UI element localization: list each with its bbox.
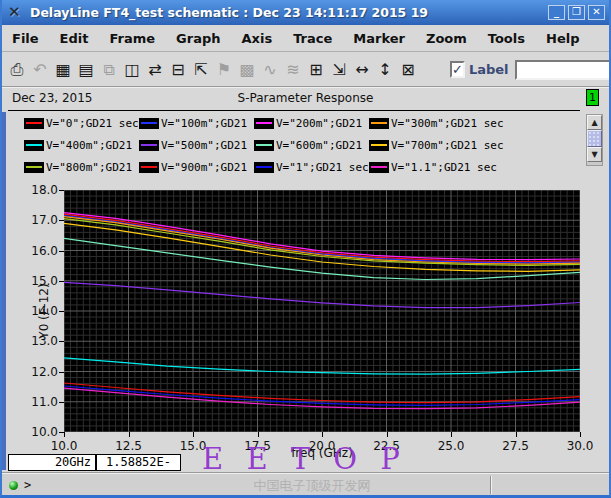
y-tick-mark xyxy=(59,311,64,312)
legend-item[interactable]: V="1.1";GD21 sec xyxy=(369,160,497,174)
strip-mode-icon[interactable]: ▤ xyxy=(75,59,97,81)
window-title: DelayLine FT4_test schematic : Dec 23 14… xyxy=(30,5,545,20)
y-tick-label: 10.0 xyxy=(12,425,58,439)
copy-window-icon: ⧉ xyxy=(98,59,120,81)
y-tick-label: 13.0 xyxy=(12,334,58,348)
label-checkbox-label: Label xyxy=(469,62,509,77)
legend-item[interactable]: V="700m";GD21 sec xyxy=(369,138,504,152)
menu-trace[interactable]: Trace xyxy=(293,31,332,46)
y-tick-label: 14.0 xyxy=(12,304,58,318)
x-tick-label: 10.0 xyxy=(42,439,86,453)
x-tick-mark xyxy=(451,432,452,437)
legend-swatch xyxy=(369,118,389,129)
y-tick-label: 18.0 xyxy=(12,183,58,197)
menu-marker[interactable]: Marker xyxy=(353,31,405,46)
toolbar: ⎙↶▦▤⧉◫⇄⊟⇱⚑▩∿≋⊞⇲↔↕⊠ ✓ Label xyxy=(2,53,609,88)
legend-item[interactable]: V="300m";GD21 sec xyxy=(369,116,504,130)
pop-window-icon[interactable]: ⇱ xyxy=(190,59,212,81)
wave-overlay-icon: ∿ xyxy=(259,59,281,81)
print-icon[interactable]: ⎙ xyxy=(6,59,28,81)
y-tick-mark xyxy=(59,251,64,252)
y-tick-mark xyxy=(59,281,64,282)
legend-swatch xyxy=(369,140,389,151)
waveform-plot-canvas[interactable] xyxy=(64,190,580,432)
statusbar-divider xyxy=(490,476,492,494)
y-tick-label: 16.0 xyxy=(12,244,58,258)
y-tick-label: 12.0 xyxy=(12,365,58,379)
legend-swatch xyxy=(139,140,159,151)
marker-flag-icon: ⚑ xyxy=(213,59,235,81)
legend-swatch xyxy=(139,162,159,173)
label-input[interactable] xyxy=(515,60,611,80)
x-tick-label: 30.0 xyxy=(558,439,602,453)
scroll-down-icon[interactable]: ▼ xyxy=(587,147,602,162)
y-tick-label: 17.0 xyxy=(12,213,58,227)
minimize-button[interactable]: _ xyxy=(548,5,565,20)
page-number-badge: 1 xyxy=(586,89,599,106)
undo-icon: ↶ xyxy=(29,59,51,81)
fit-window-icon[interactable]: ⊠ xyxy=(397,59,419,81)
scroll-up-icon[interactable]: ▲ xyxy=(587,115,602,130)
legend-item[interactable]: V="0";GD21 sec xyxy=(24,116,139,130)
split-window-icon[interactable]: ◫ xyxy=(121,59,143,81)
x-tick-label: 12.5 xyxy=(107,439,151,453)
menu-axis[interactable]: Axis xyxy=(242,31,273,46)
x-tick-mark xyxy=(64,432,65,437)
menu-file[interactable]: File xyxy=(12,31,39,46)
menu-frame[interactable]: Frame xyxy=(109,31,155,46)
y-tick-mark xyxy=(59,372,64,373)
legend-item[interactable]: V="1";GD21 sec xyxy=(254,160,369,174)
legend-label: V="1";GD21 sec xyxy=(276,161,369,174)
fit-y-icon[interactable]: ↕ xyxy=(374,59,396,81)
graph-title: S-Parameter Response xyxy=(2,91,609,105)
zoom-fit-icon[interactable]: ⇲ xyxy=(328,59,350,81)
scrollbar-thumb[interactable] xyxy=(587,130,602,147)
menu-edit[interactable]: Edit xyxy=(60,31,89,46)
menu-bar: FileEditFrameGraphAxisTraceMarkerZoomToo… xyxy=(2,25,609,52)
marker-y-readout[interactable]: 1.58852E-11 xyxy=(96,454,181,471)
x-tick-mark xyxy=(387,432,388,437)
y-tick-label: 11.0 xyxy=(12,395,58,409)
x-tick-mark xyxy=(258,432,259,437)
menu-tools[interactable]: Tools xyxy=(488,31,525,46)
wave-strip-icon: ≋ xyxy=(282,59,304,81)
x-tick-mark xyxy=(322,432,323,437)
legend-swatch xyxy=(369,162,389,173)
x-tick-mark xyxy=(580,432,581,437)
swap-window-icon[interactable]: ⇄ xyxy=(144,59,166,81)
plot-region: Y0 (E-12) freq (GHz) 10.011.012.013.014.… xyxy=(2,180,609,472)
y-tick-mark xyxy=(59,341,64,342)
legend-scrollbar[interactable]: ▲ ▼ xyxy=(586,114,603,166)
menu-zoom[interactable]: Zoom xyxy=(426,31,467,46)
fit-x-icon[interactable]: ↔ xyxy=(351,59,373,81)
banner-window-icon[interactable]: ⊟ xyxy=(167,59,189,81)
y-tick-mark xyxy=(59,220,64,221)
x-tick-mark xyxy=(129,432,130,437)
grid-icon[interactable]: ▦ xyxy=(52,59,74,81)
close-button[interactable]: ✕ xyxy=(588,5,605,20)
header-divider xyxy=(8,110,580,111)
label-checkbox[interactable]: ✓ xyxy=(450,61,465,78)
legend-swatch xyxy=(139,118,159,129)
eetop-watermark: E E T O P xyxy=(202,442,407,476)
x-tick-mark xyxy=(193,432,194,437)
y-tick-label: 15.0 xyxy=(12,274,58,288)
x-tick-mark xyxy=(516,432,517,437)
calculator-icon[interactable]: ⊞ xyxy=(305,59,327,81)
legend-swatch xyxy=(254,162,274,173)
legend-label: V="300m";GD21 sec xyxy=(391,117,504,130)
menu-help[interactable]: Help xyxy=(546,31,579,46)
legend-swatch xyxy=(24,162,44,173)
legend-swatch xyxy=(24,118,44,129)
eetop-watermark-chinese: 中国电子顶级开发网 xyxy=(167,477,457,495)
legend-swatch xyxy=(254,118,274,129)
app-window: ✕ DelayLine FT4_test schematic : Dec 23 … xyxy=(0,0,611,498)
command-prompt[interactable]: > xyxy=(24,478,31,492)
maximize-button[interactable]: ❐ xyxy=(568,5,585,20)
graph-header: Dec 23, 2015 S-Parameter Response 1 xyxy=(2,88,609,112)
title-bar[interactable]: ✕ DelayLine FT4_test schematic : Dec 23 … xyxy=(2,0,609,25)
legend-swatch xyxy=(24,140,44,151)
marker-x-readout[interactable]: 20GHz xyxy=(8,454,96,471)
trace-legend: V="0";GD21 secV="100m";GD21 secV="200m";… xyxy=(2,112,609,180)
menu-graph[interactable]: Graph xyxy=(176,31,220,46)
